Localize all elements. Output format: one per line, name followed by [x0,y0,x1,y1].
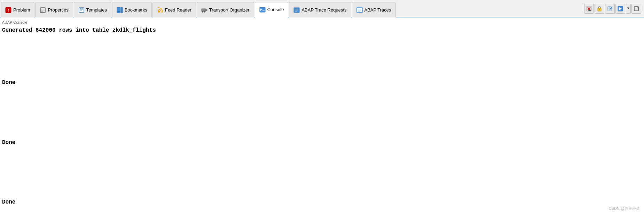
console-content-area: ABAP Console Generated 642000 rows into … [0,17,644,214]
tab-abap-trace-requests[interactable]: ABAP Trace Requests [289,2,351,17]
svg-marker-45 [637,7,638,8]
tab-bookmarks-label: Bookmarks [125,7,147,13]
export-icon [618,6,623,12]
svg-rect-33 [588,10,591,11]
svg-text:!: ! [8,8,9,12]
tab-abap-traces-label: ABAP Traces [364,7,391,13]
maximize-button[interactable] [631,4,641,14]
console-line-1: Generated 642000 rows into table zkdlk_f… [2,26,642,34]
tab-console[interactable]: Console [255,2,289,17]
clear-button[interactable] [584,4,594,14]
console-line-done-1: Done [2,79,642,86]
console-line-done-2: Done [2,139,642,146]
tab-properties[interactable]: Properties [35,2,73,17]
export-button[interactable] [615,4,625,14]
tab-abap-trace-requests-label: ABAP Trace Requests [301,7,346,13]
maximize-icon [634,6,639,12]
transport-icon [201,7,207,13]
console-label: ABAP Console [2,20,642,24]
templates-icon [78,7,85,13]
console-icon [259,7,266,13]
tab-problem[interactable]: ! Problem [1,2,34,17]
svg-rect-15 [202,9,206,12]
view-menu-dropdown-button[interactable] [626,4,631,14]
abap-traces-icon [356,7,363,13]
problem-icon: ! [5,7,11,13]
tab-abap-traces[interactable]: ABAP Traces [352,2,396,17]
svg-rect-13 [121,7,123,13]
tab-templates[interactable]: Templates [74,2,111,17]
tab-bar: ! Problem Properties Templates Book [0,0,644,17]
console-output: Generated 642000 rows into table zkdlk_f… [2,26,642,214]
svg-marker-43 [627,8,630,9]
toolbar-right [584,1,644,17]
tab-feedreader-label: Feed Reader [165,7,191,13]
bookmarks-icon [117,7,123,13]
svg-point-14 [158,11,159,13]
svg-point-18 [204,11,205,13]
tab-console-label: Console [267,7,284,12]
console-line-done-3: Done [2,198,642,206]
dropdown-arrow-icon [626,6,630,12]
watermark: CSDN @养鱼种菜 [609,206,640,211]
edit-icon [607,6,613,12]
feedreader-icon [157,7,163,13]
tab-feedreader[interactable]: Feed Reader [152,2,196,17]
abap-trace-requests-icon [293,7,300,13]
tab-templates-label: Templates [86,7,107,13]
tab-transport[interactable]: Transport Organizer [197,2,254,17]
tab-problem-label: Problem [13,7,30,13]
edit-button[interactable] [605,4,615,14]
tab-bookmarks[interactable]: Bookmarks [112,2,152,17]
clear-icon [586,6,592,12]
svg-point-35 [599,9,600,10]
lock-button[interactable] [595,4,604,14]
tab-properties-label: Properties [48,7,68,13]
lock-icon [597,6,602,12]
svg-rect-16 [206,9,207,11]
svg-point-17 [202,11,203,13]
tab-transport-label: Transport Organizer [209,7,250,13]
properties-icon [40,7,46,13]
